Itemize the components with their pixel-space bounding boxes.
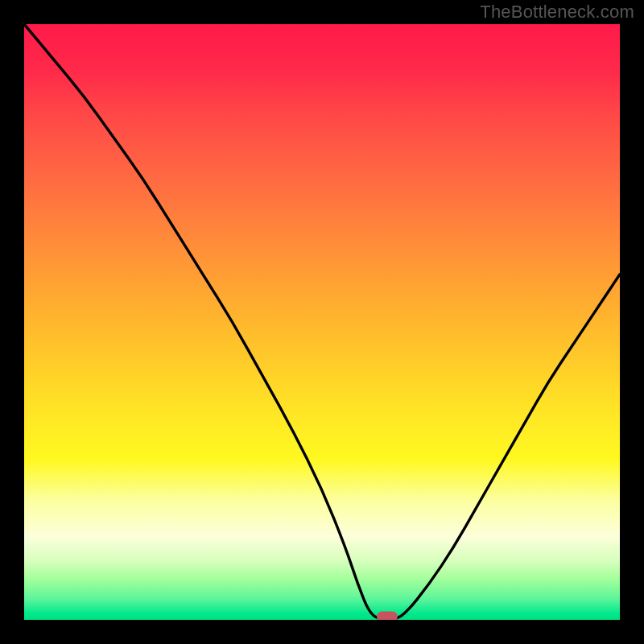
bottleneck-curve [24,24,620,620]
plot-area [24,24,620,620]
watermark-text: TheBottleneck.com [480,2,634,23]
optimal-point-marker [377,612,398,621]
chart-frame: TheBottleneck.com [0,0,644,644]
